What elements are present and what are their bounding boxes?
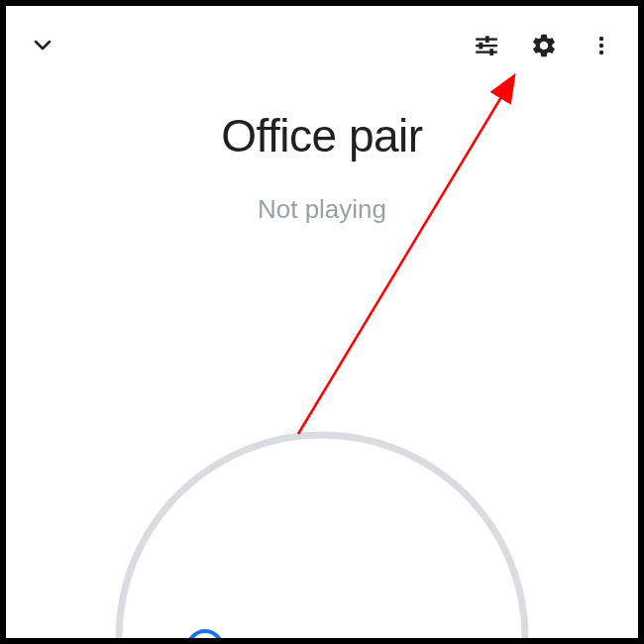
svg-point-9	[119, 435, 525, 644]
header-left	[28, 31, 57, 60]
svg-rect-5	[489, 49, 493, 55]
gear-icon	[530, 32, 558, 59]
device-title: Office pair	[6, 109, 638, 162]
svg-rect-1	[485, 36, 489, 43]
svg-point-8	[599, 51, 603, 54]
content-area: Office pair Not playing	[6, 65, 638, 225]
svg-point-7	[599, 44, 603, 48]
svg-rect-2	[476, 45, 497, 47]
svg-point-6	[599, 37, 603, 41]
volume-dial[interactable]	[99, 415, 545, 644]
header-bar	[6, 6, 638, 65]
chevron-down-icon	[31, 34, 54, 57]
volume-ring-track	[99, 415, 545, 644]
playback-status: Not playing	[6, 194, 638, 225]
svg-rect-3	[479, 43, 483, 50]
settings-button[interactable]	[529, 31, 559, 60]
more-vertical-icon	[590, 34, 613, 57]
equalizer-button[interactable]	[472, 31, 501, 60]
overflow-menu-button[interactable]	[587, 31, 616, 60]
header-right	[472, 31, 616, 60]
svg-rect-4	[476, 51, 497, 53]
equalizer-icon	[474, 33, 499, 58]
collapse-button[interactable]	[28, 31, 57, 60]
